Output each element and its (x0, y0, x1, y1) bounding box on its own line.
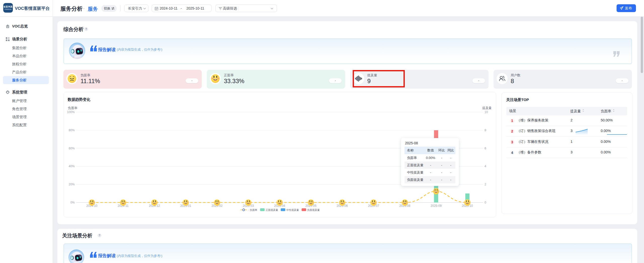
svg-text:6: 6 (485, 147, 486, 150)
svg-text:0%: 0% (70, 201, 75, 204)
svg-text:20%: 20% (69, 183, 75, 186)
svg-text:负面率: 负面率 (68, 106, 77, 110)
svg-text:80%: 80% (69, 128, 75, 132)
svg-text:2: 2 (485, 183, 486, 186)
svg-text:2025-09: 2025-09 (431, 204, 442, 208)
svg-text:100%: 100% (67, 110, 75, 114)
svg-text:0: 0 (485, 201, 486, 204)
svg-text:4: 4 (485, 165, 486, 168)
svg-text:60%: 60% (69, 147, 75, 150)
svg-text:提及量: 提及量 (482, 106, 492, 110)
svg-text:10: 10 (485, 110, 488, 114)
svg-text:8: 8 (485, 128, 486, 132)
svg-text:40%: 40% (69, 165, 75, 168)
